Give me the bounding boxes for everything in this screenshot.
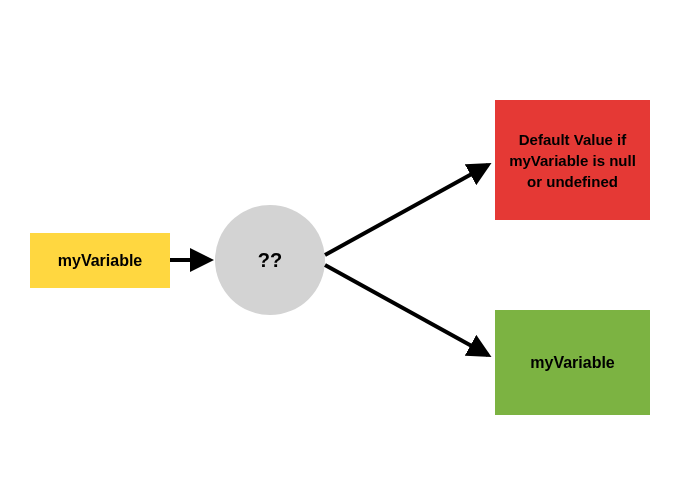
nullish-coalescing-operator: ?? xyxy=(215,205,325,315)
output-default-value-box: Default Value if myVariable is null or u… xyxy=(495,100,650,220)
output-variable-box: myVariable xyxy=(495,310,650,415)
input-variable-box: myVariable xyxy=(30,233,170,288)
arrow-operator-to-nullish xyxy=(325,165,488,255)
arrow-operator-to-value xyxy=(325,265,488,355)
